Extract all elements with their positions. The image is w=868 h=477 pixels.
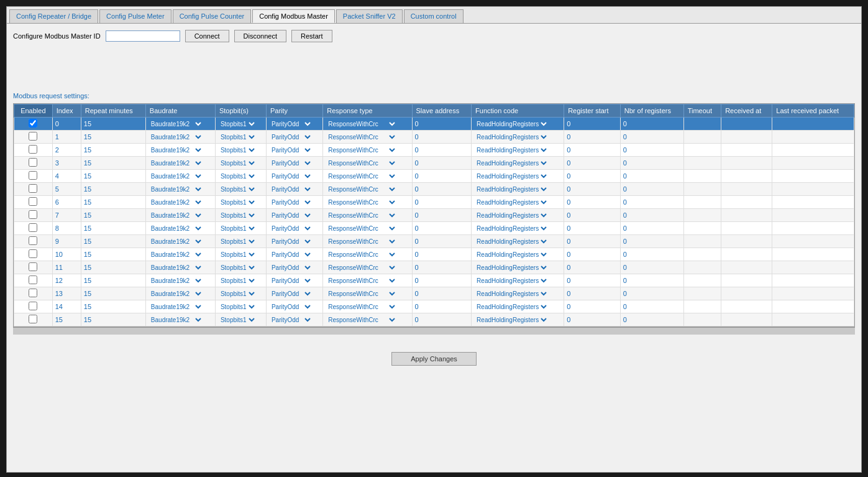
response-type-select[interactable]: ResponseWithCrcResponseWithoutCrc bbox=[326, 225, 397, 233]
table-row[interactable]: 915Baudrate19k2Baudrate9k6Baudrate38k4Ba… bbox=[14, 235, 854, 248]
table-row[interactable]: 1515Baudrate19k2Baudrate9k6Baudrate38k4B… bbox=[14, 313, 854, 326]
response-type-cell[interactable]: ResponseWithCrcResponseWithoutCrc bbox=[323, 157, 412, 170]
function-code-select[interactable]: ReadHoldingRegistersReadInputRegistersRe… bbox=[474, 120, 549, 128]
baudrate-select[interactable]: Baudrate19k2Baudrate9k6Baudrate38k4Baudr… bbox=[148, 198, 203, 206]
function-code-select[interactable]: ReadHoldingRegistersReadInputRegistersRe… bbox=[474, 198, 549, 206]
function-code-cell[interactable]: ReadHoldingRegistersReadInputRegistersRe… bbox=[472, 183, 564, 196]
stopbits-select[interactable]: Stopbits1Stopbits2 bbox=[218, 185, 257, 193]
function-code-cell[interactable]: ReadHoldingRegistersReadInputRegistersRe… bbox=[472, 157, 564, 170]
parity-select[interactable]: ParityOddParityEvenParityNone bbox=[269, 316, 313, 324]
parity-select[interactable]: ParityOddParityEvenParityNone bbox=[269, 303, 313, 311]
baudrate-cell[interactable]: Baudrate19k2Baudrate9k6Baudrate38k4Baudr… bbox=[145, 196, 215, 209]
stopbits-select[interactable]: Stopbits1Stopbits2 bbox=[218, 159, 257, 167]
response-type-select[interactable]: ResponseWithCrcResponseWithoutCrc bbox=[326, 290, 397, 298]
table-row[interactable]: 1215Baudrate19k2Baudrate9k6Baudrate38k4B… bbox=[14, 274, 854, 287]
function-code-cell[interactable]: ReadHoldingRegistersReadInputRegistersRe… bbox=[472, 170, 564, 183]
row-checkbox[interactable] bbox=[29, 276, 37, 284]
parity-cell[interactable]: ParityOddParityEvenParityNone bbox=[266, 157, 322, 170]
row-checkbox[interactable] bbox=[29, 184, 37, 193]
response-type-cell[interactable]: ResponseWithCrcResponseWithoutCrc bbox=[323, 170, 412, 183]
stopbits-cell[interactable]: Stopbits1Stopbits2 bbox=[215, 196, 266, 209]
function-code-cell[interactable]: ReadHoldingRegistersReadInputRegistersRe… bbox=[472, 313, 564, 326]
stopbits-select[interactable]: Stopbits1Stopbits2 bbox=[218, 303, 257, 311]
response-type-select[interactable]: ResponseWithCrcResponseWithoutCrc bbox=[326, 238, 397, 246]
parity-cell[interactable]: ParityOddParityEvenParityNone bbox=[266, 144, 322, 157]
parity-cell[interactable]: ParityOddParityEvenParityNone bbox=[266, 287, 322, 300]
function-code-cell[interactable]: ReadHoldingRegistersReadInputRegistersRe… bbox=[472, 222, 564, 235]
stopbits-cell[interactable]: Stopbits1Stopbits2 bbox=[215, 248, 266, 261]
function-code-cell[interactable]: ReadHoldingRegistersReadInputRegistersRe… bbox=[472, 209, 564, 222]
response-type-cell[interactable]: ResponseWithCrcResponseWithoutCrc bbox=[323, 287, 412, 300]
stopbits-select[interactable]: Stopbits1Stopbits2 bbox=[218, 146, 257, 154]
function-code-cell[interactable]: ReadHoldingRegistersReadInputRegistersRe… bbox=[472, 196, 564, 209]
response-type-cell[interactable]: ResponseWithCrcResponseWithoutCrc bbox=[323, 131, 412, 144]
parity-cell[interactable]: ParityOddParityEvenParityNone bbox=[266, 274, 322, 287]
baudrate-cell[interactable]: Baudrate19k2Baudrate9k6Baudrate38k4Baudr… bbox=[145, 157, 215, 170]
row-checkbox[interactable] bbox=[29, 197, 37, 206]
function-code-cell[interactable]: ReadHoldingRegistersReadInputRegistersRe… bbox=[472, 131, 564, 144]
stopbits-cell[interactable]: Stopbits1Stopbits2 bbox=[215, 118, 266, 131]
response-type-select[interactable]: ResponseWithCrcResponseWithoutCrc bbox=[326, 251, 397, 259]
stopbits-cell[interactable]: Stopbits1Stopbits2 bbox=[215, 183, 266, 196]
response-type-select[interactable]: ResponseWithCrcResponseWithoutCrc bbox=[326, 185, 397, 193]
baudrate-select[interactable]: Baudrate19k2Baudrate9k6Baudrate38k4Baudr… bbox=[148, 159, 203, 167]
stopbits-select[interactable]: Stopbits1Stopbits2 bbox=[218, 264, 257, 272]
baudrate-cell[interactable]: Baudrate19k2Baudrate9k6Baudrate38k4Baudr… bbox=[145, 222, 215, 235]
response-type-select[interactable]: ResponseWithCrcResponseWithoutCrc bbox=[326, 159, 397, 167]
function-code-cell[interactable]: ReadHoldingRegistersReadInputRegistersRe… bbox=[472, 261, 564, 274]
baudrate-cell[interactable]: Baudrate19k2Baudrate9k6Baudrate38k4Baudr… bbox=[145, 235, 215, 248]
baudrate-select[interactable]: Baudrate19k2Baudrate9k6Baudrate38k4Baudr… bbox=[148, 120, 203, 128]
function-code-cell[interactable]: ReadHoldingRegistersReadInputRegistersRe… bbox=[472, 287, 564, 300]
stopbits-cell[interactable]: Stopbits1Stopbits2 bbox=[215, 287, 266, 300]
table-row[interactable]: 815Baudrate19k2Baudrate9k6Baudrate38k4Ba… bbox=[14, 222, 854, 235]
parity-cell[interactable]: ParityOddParityEvenParityNone bbox=[266, 222, 322, 235]
stopbits-select[interactable]: Stopbits1Stopbits2 bbox=[218, 277, 257, 285]
function-code-select[interactable]: ReadHoldingRegistersReadInputRegistersRe… bbox=[474, 264, 549, 272]
stopbits-select[interactable]: Stopbits1Stopbits2 bbox=[218, 251, 257, 259]
parity-select[interactable]: ParityOddParityEvenParityNone bbox=[269, 277, 313, 285]
table-row[interactable]: 615Baudrate19k2Baudrate9k6Baudrate38k4Ba… bbox=[14, 196, 854, 209]
row-checkbox[interactable] bbox=[29, 171, 37, 180]
baudrate-cell[interactable]: Baudrate19k2Baudrate9k6Baudrate38k4Baudr… bbox=[145, 183, 215, 196]
baudrate-select[interactable]: Baudrate19k2Baudrate9k6Baudrate38k4Baudr… bbox=[148, 185, 203, 193]
function-code-cell[interactable]: ReadHoldingRegistersReadInputRegistersRe… bbox=[472, 235, 564, 248]
parity-select[interactable]: ParityOddParityEvenParityNone bbox=[269, 238, 313, 246]
response-type-cell[interactable]: ResponseWithCrcResponseWithoutCrc bbox=[323, 222, 412, 235]
stopbits-cell[interactable]: Stopbits1Stopbits2 bbox=[215, 313, 266, 326]
response-type-cell[interactable]: ResponseWithCrcResponseWithoutCrc bbox=[323, 274, 412, 287]
function-code-select[interactable]: ReadHoldingRegistersReadInputRegistersRe… bbox=[474, 172, 549, 180]
function-code-select[interactable]: ReadHoldingRegistersReadInputRegistersRe… bbox=[474, 277, 549, 285]
baudrate-select[interactable]: Baudrate19k2Baudrate9k6Baudrate38k4Baudr… bbox=[148, 290, 203, 298]
baudrate-select[interactable]: Baudrate19k2Baudrate9k6Baudrate38k4Baudr… bbox=[148, 316, 203, 324]
stopbits-cell[interactable]: Stopbits1Stopbits2 bbox=[215, 157, 266, 170]
connect-button[interactable]: Connect bbox=[185, 30, 229, 42]
row-checkbox[interactable] bbox=[29, 119, 37, 127]
baudrate-cell[interactable]: Baudrate19k2Baudrate9k6Baudrate38k4Baudr… bbox=[145, 261, 215, 274]
stopbits-select[interactable]: Stopbits1Stopbits2 bbox=[218, 238, 257, 246]
parity-select[interactable]: ParityOddParityEvenParityNone bbox=[269, 225, 313, 233]
table-row[interactable]: 115Baudrate19k2Baudrate9k6Baudrate38k4Ba… bbox=[14, 131, 854, 144]
row-checkbox[interactable] bbox=[29, 315, 37, 323]
restart-button[interactable]: Restart bbox=[291, 30, 332, 42]
stopbits-select[interactable]: Stopbits1Stopbits2 bbox=[218, 225, 257, 233]
parity-select[interactable]: ParityOddParityEvenParityNone bbox=[269, 251, 313, 259]
response-type-select[interactable]: ResponseWithCrcResponseWithoutCrc bbox=[326, 172, 397, 180]
parity-cell[interactable]: ParityOddParityEvenParityNone bbox=[266, 261, 322, 274]
baudrate-cell[interactable]: Baudrate19k2Baudrate9k6Baudrate38k4Baudr… bbox=[145, 248, 215, 261]
function-code-select[interactable]: ReadHoldingRegistersReadInputRegistersRe… bbox=[474, 290, 549, 298]
baudrate-cell[interactable]: Baudrate19k2Baudrate9k6Baudrate38k4Baudr… bbox=[145, 274, 215, 287]
baudrate-select[interactable]: Baudrate19k2Baudrate9k6Baudrate38k4Baudr… bbox=[148, 172, 203, 180]
stopbits-cell[interactable]: Stopbits1Stopbits2 bbox=[215, 131, 266, 144]
stopbits-select[interactable]: Stopbits1Stopbits2 bbox=[218, 316, 257, 324]
parity-select[interactable]: ParityOddParityEvenParityNone bbox=[269, 120, 313, 128]
response-type-select[interactable]: ResponseWithCrcResponseWithoutCrc bbox=[326, 303, 397, 311]
parity-cell[interactable]: ParityOddParityEvenParityNone bbox=[266, 196, 322, 209]
row-checkbox[interactable] bbox=[29, 158, 37, 167]
baudrate-select[interactable]: Baudrate19k2Baudrate9k6Baudrate38k4Baudr… bbox=[148, 225, 203, 233]
function-code-cell[interactable]: ReadHoldingRegistersReadInputRegistersRe… bbox=[472, 274, 564, 287]
response-type-select[interactable]: ResponseWithCrcResponseWithoutCrc bbox=[326, 264, 397, 272]
stopbits-cell[interactable]: Stopbits1Stopbits2 bbox=[215, 300, 266, 313]
function-code-select[interactable]: ReadHoldingRegistersReadInputRegistersRe… bbox=[474, 211, 549, 220]
tab-config-repeater[interactable]: Config Repeater / Bridge bbox=[9, 9, 98, 23]
table-row[interactable]: 1315Baudrate19k2Baudrate9k6Baudrate38k4B… bbox=[14, 287, 854, 300]
